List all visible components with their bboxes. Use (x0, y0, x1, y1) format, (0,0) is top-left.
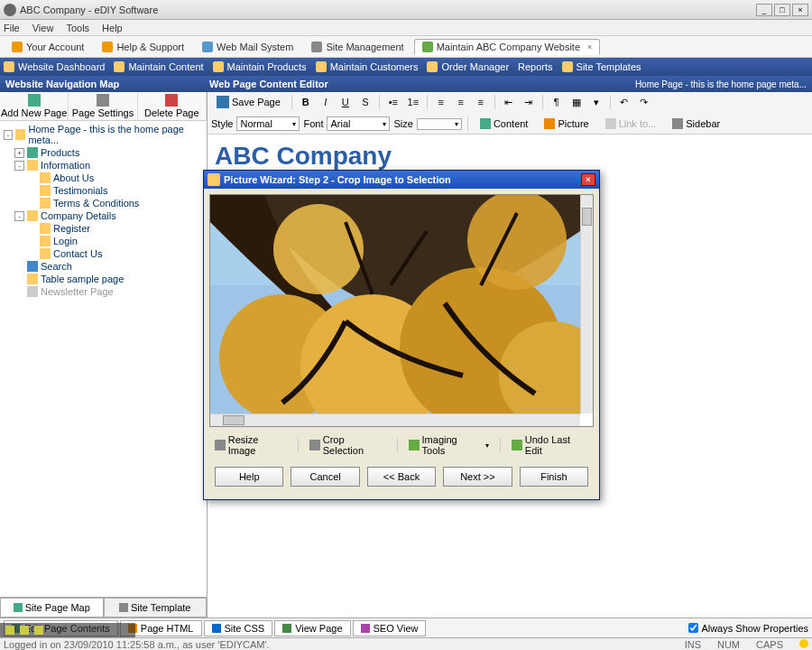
align-left-button[interactable]: ≡ (433, 94, 449, 110)
expand-icon[interactable]: + (14, 148, 24, 158)
close-button[interactable]: × (792, 4, 808, 16)
stop-icon[interactable] (34, 626, 43, 635)
tab-view-page[interactable]: View Page (274, 620, 350, 636)
orders-icon (427, 61, 438, 72)
status-indicator (799, 639, 808, 648)
tab-seo-view[interactable]: SEO View (353, 620, 427, 636)
tab-your-account[interactable]: Your Account (4, 39, 92, 55)
always-show-properties-checkbox[interactable]: Always Show Properties (688, 623, 808, 634)
finish-button[interactable]: Finish (520, 467, 588, 487)
italic-button[interactable]: I (318, 94, 334, 110)
tab-help-support[interactable]: Help & Support (94, 39, 192, 55)
lefttab-site-page-map[interactable]: Site Page Map (0, 598, 104, 618)
tree-table-sample[interactable]: Table sample page (2, 273, 205, 285)
imaging-tools-dropdown[interactable]: Imaging Tools▾ (403, 432, 494, 458)
style-select[interactable]: Normal▾ (236, 116, 300, 131)
nav-dashboard[interactable]: Website Dashboard (4, 61, 105, 72)
collapse-icon[interactable]: - (14, 211, 24, 221)
page-settings-button[interactable]: Page Settings (69, 92, 137, 120)
menu-view[interactable]: View (32, 23, 54, 33)
scroll-thumb[interactable] (223, 415, 245, 425)
underline-button[interactable]: U (337, 94, 354, 110)
back-button[interactable]: << Back (367, 467, 436, 487)
editor-toolbar: Save Page B I U S •≡ 1≡ ≡ ≡ ≡ ⇤ ⇥ ¶ ▦ ▾ … (208, 92, 812, 135)
resize-image-button[interactable]: Resize Image (209, 432, 292, 458)
crop-selection-button[interactable]: Crop Selection (304, 432, 392, 458)
page-icon (40, 248, 51, 259)
expand-icon[interactable]: - (4, 130, 13, 140)
lefttab-site-template[interactable]: Site Template (104, 598, 208, 618)
font-select[interactable]: Arial▾ (327, 116, 390, 131)
tab-site-css[interactable]: Site CSS (204, 620, 273, 636)
delete-page-button[interactable]: Delete Page (138, 92, 207, 120)
play-icon[interactable] (5, 626, 14, 635)
nav-maintain-content[interactable]: Maintain Content (114, 61, 203, 72)
align-right-button[interactable]: ≡ (473, 94, 489, 110)
arrow-button[interactable]: ▾ (588, 94, 604, 110)
bold-button[interactable]: B (298, 94, 314, 110)
pause-icon[interactable] (20, 626, 29, 635)
vertical-scrollbar[interactable] (580, 195, 593, 413)
tree-testimonials[interactable]: Testimonials (2, 184, 205, 197)
tab-site-management[interactable]: Site Management (303, 39, 411, 55)
tab-maintain-website[interactable]: Maintain ABC Company Website× (414, 39, 601, 55)
size-select[interactable]: ▾ (417, 118, 462, 130)
tree-information[interactable]: -Information (2, 159, 205, 172)
help-button[interactable]: Help (215, 467, 283, 487)
image-preview[interactable] (209, 194, 594, 427)
page-icon (27, 286, 38, 297)
next-button[interactable]: Next >> (443, 467, 512, 487)
tree-login[interactable]: Login (2, 235, 205, 247)
scroll-thumb[interactable] (582, 208, 592, 226)
nav-maintain-products[interactable]: Maintain Products (213, 61, 307, 72)
delete-icon (165, 94, 178, 107)
dialog-close-button[interactable]: × (581, 173, 595, 186)
indent-button[interactable]: ⇥ (521, 94, 537, 110)
strike-button[interactable]: S (357, 94, 374, 110)
link-to-button[interactable]: Link to... (599, 116, 663, 132)
horizontal-scrollbar[interactable] (210, 413, 580, 426)
tree-about-us[interactable]: About Us (2, 172, 205, 184)
tree-products[interactable]: +Products (2, 146, 205, 159)
tree-search[interactable]: Search (2, 260, 205, 273)
menu-help[interactable]: Help (102, 23, 123, 33)
page-icon (40, 223, 51, 234)
menu-file[interactable]: File (4, 23, 20, 33)
para-button[interactable]: ¶ (549, 94, 565, 110)
tree-company-details[interactable]: -Company Details (2, 209, 205, 222)
undo-last-edit-button[interactable]: Undo Last Edit (506, 432, 594, 458)
tree-terms[interactable]: Terms & Conditions (2, 197, 205, 209)
status-text: Logged in on 23/09/2010 11:25:58 a.m., a… (4, 639, 270, 650)
insert-picture-button[interactable]: Picture (538, 116, 595, 132)
nav-site-templates[interactable]: Site Templates (562, 61, 641, 72)
redo-button[interactable]: ↷ (636, 94, 652, 110)
insert-content-button[interactable]: Content (474, 116, 535, 132)
add-new-page-button[interactable]: Add New Page (0, 92, 69, 120)
menu-tools[interactable]: Tools (66, 23, 89, 33)
nav-reports[interactable]: Reports (518, 61, 553, 72)
align-center-button[interactable]: ≡ (453, 94, 469, 110)
nav-order-manager[interactable]: Order Manager (427, 61, 509, 72)
page-icon (27, 160, 38, 171)
link-icon (605, 118, 616, 129)
ol-button[interactable]: 1≡ (405, 94, 421, 110)
close-tab-icon[interactable]: × (587, 42, 592, 51)
tree-contact-us[interactable]: Contact Us (2, 247, 205, 260)
tree-register[interactable]: Register (2, 222, 205, 235)
save-page-button[interactable]: Save Page (211, 94, 286, 110)
maximize-button[interactable]: □ (774, 4, 790, 16)
minimize-button[interactable]: _ (756, 4, 772, 16)
navigation-tree[interactable]: -Home Page - this is the home page meta.… (0, 121, 207, 597)
collapse-icon[interactable]: - (14, 161, 24, 171)
ul-button[interactable]: •≡ (385, 94, 401, 110)
site-icon (422, 42, 433, 52)
tree-newsletter[interactable]: Newsletter Page (2, 285, 205, 298)
cancel-button[interactable]: Cancel (291, 467, 359, 487)
table-button[interactable]: ▦ (568, 94, 585, 110)
outdent-button[interactable]: ⇤ (501, 94, 517, 110)
sidebar-button[interactable]: Sidebar (666, 116, 726, 132)
nav-maintain-customers[interactable]: Maintain Customers (316, 61, 419, 72)
undo-button[interactable]: ↶ (616, 94, 632, 110)
tree-home[interactable]: -Home Page - this is the home page meta.… (2, 123, 205, 146)
tab-web-mail[interactable]: Web Mail System (194, 39, 301, 55)
